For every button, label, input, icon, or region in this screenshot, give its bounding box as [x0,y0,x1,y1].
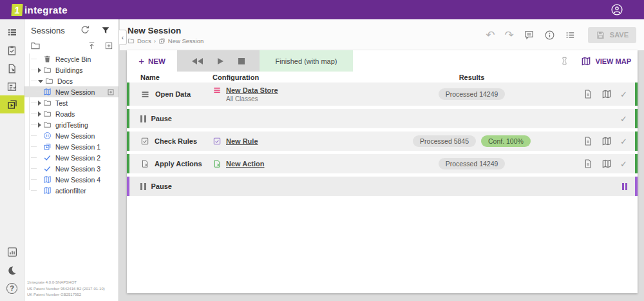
tree-item-session-3[interactable]: New Session 3 [24,163,118,174]
map-icon [43,175,52,184]
done-check-icon: ✓ [620,137,627,146]
step-name: Pause [151,182,172,190]
refresh-icon[interactable] [80,25,90,35]
step-name: Check Rules [155,137,197,145]
report-icon[interactable] [583,89,593,99]
table-row-pause[interactable]: Pause ✓ [127,109,638,128]
map-icon [43,88,52,96]
tree-item-actionfilter[interactable]: actionfilter [24,185,118,196]
session-icon [158,37,166,44]
column-configuration: Configuration [213,73,374,81]
rail-item-dashboard[interactable] [0,243,24,261]
tree-item-test[interactable]: Test [24,97,118,108]
config-link[interactable]: New Rule [226,137,258,145]
step-name: Open Data [155,90,191,98]
table-row-pause-current[interactable]: Pause [127,177,638,196]
tree-item-session-1[interactable]: New Session 1 [24,141,118,152]
bar-chart-icon [6,246,18,258]
add-session-icon[interactable] [107,88,115,96]
new-button[interactable]: + NEW [127,50,177,72]
sessions-tree: Recycle Bin Buildings Docs New Session T… [24,53,118,196]
data-store-icon [140,90,150,99]
view-map-button[interactable]: VIEW MAP [581,50,631,72]
caret-right-icon[interactable] [38,68,41,73]
caret-right-icon[interactable] [38,101,41,106]
rewind-button[interactable] [192,58,203,64]
info-icon[interactable] [544,30,555,41]
pause-circle-icon [43,131,52,140]
save-button[interactable]: SAVE [588,27,636,43]
account-icon[interactable] [611,3,623,16]
add-folder-icon[interactable] [104,41,113,50]
undo-icon[interactable]: ↶ [486,30,495,41]
done-check-icon: ✓ [620,90,627,99]
play-button[interactable] [218,58,223,64]
log-list-icon[interactable] [565,30,576,41]
tree-item-gridtesting[interactable]: gridTesting [24,119,118,130]
tree-item-roads[interactable]: Roads [24,108,118,119]
breadcrumb: Docs › New Session [128,37,204,44]
stop-button[interactable] [238,58,245,64]
processed-badge: Processed 14249 [439,158,506,170]
caret-right-icon[interactable] [38,122,41,128]
tree-root-row[interactable] [24,37,118,52]
tree-item-session-4[interactable]: New Session 4 [24,174,118,185]
map-icon[interactable] [601,89,612,99]
config-link[interactable]: New Data Store [226,86,278,94]
tree-item-docs[interactable]: Docs [24,75,118,86]
paused-status-icon [622,183,628,190]
config-subtext: All Classes [226,95,374,102]
redo-icon[interactable]: ↷ [505,30,514,41]
rail-item-rules[interactable] [0,77,24,95]
breadcrumb-parent[interactable]: Docs [137,37,151,44]
rule-checkbox-icon [213,137,222,146]
help-icon: ? [6,283,17,294]
rail-item-sessions[interactable] [0,95,24,113]
session-status-badge: Finished (with map) [260,50,353,72]
rail-item-menu-list[interactable] [0,23,24,41]
rail-item-help[interactable]: ? [0,279,24,297]
caret-down-icon[interactable] [38,80,43,83]
menu-list-icon [6,26,18,38]
rail-item-actions[interactable] [0,59,24,77]
rail-item-dark-mode[interactable] [0,261,24,279]
report-icon[interactable] [583,136,593,146]
pause-icon [140,115,146,122]
logo-mark: 1 [11,4,23,16]
data-store-icon [213,86,222,95]
map-icon[interactable] [601,136,612,146]
tree-item-buildings[interactable]: Buildings [24,64,118,75]
breadcrumb-current: New Session [168,37,204,44]
folder-icon [43,99,52,107]
comments-icon[interactable] [524,30,535,41]
tree-item-session-2[interactable]: New Session 2 [24,152,118,163]
filter-icon[interactable] [100,25,111,35]
check-icon [43,153,52,162]
tree-item-session-paused[interactable]: New Session [24,130,118,141]
sessions-panel-title: Sessions [31,26,65,35]
table-row-open-data[interactable]: Open Data New Data Store All Classes Pro… [127,83,638,106]
save-icon [596,30,605,40]
table-row-apply-actions[interactable]: Apply Actions New Action Processed 14249… [127,154,638,173]
table-row-check-rules[interactable]: Check Rules New Rule Processed 5845 Conf… [127,131,638,151]
rail-item-clipboard[interactable] [0,41,24,59]
breadcrumb-separator: › [154,37,156,44]
main-header: New Session Docs › New Session ↶ ↷ SAVE [120,19,644,50]
folder-icon [128,37,135,44]
tree-item-recycle-bin[interactable]: Recycle Bin [24,53,118,64]
tree-item-new-session-selected[interactable]: New Session [24,86,118,97]
moon-icon [6,265,17,276]
panel-collapse-button[interactable]: ‹ [119,30,127,45]
upload-icon[interactable] [87,41,97,51]
config-link[interactable]: New Action [226,160,265,168]
clipboard-check-icon [6,45,17,56]
rule-checkbox-icon [140,137,149,146]
chevron-left-icon: ‹ [122,34,124,41]
action-file-icon [213,159,222,168]
report-icon[interactable] [583,159,593,169]
page-title: New Session [128,26,204,35]
caret-right-icon[interactable] [38,112,41,117]
session-card: + NEW Finished (with map) VIEW MAP Name [127,50,638,293]
map-icon[interactable] [601,159,612,169]
map-icon [581,56,591,66]
